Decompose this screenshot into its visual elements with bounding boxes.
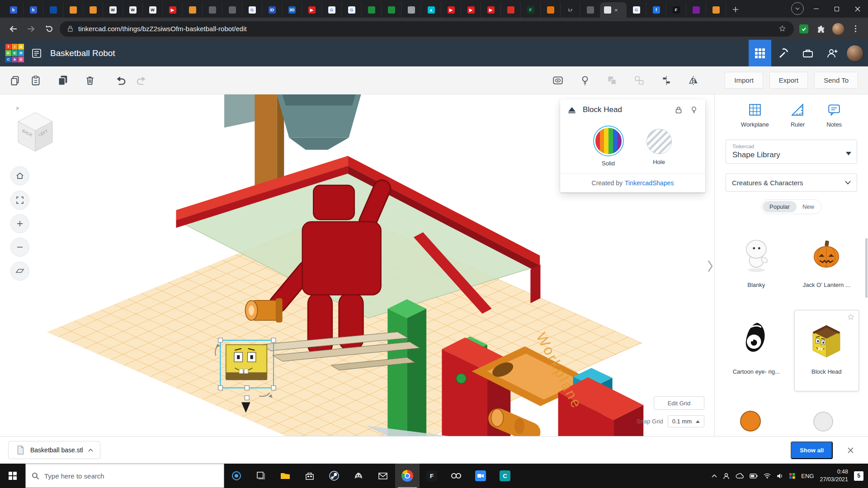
browser-profile-icon[interactable] (791, 2, 804, 15)
extension-shield-icon[interactable] (797, 22, 811, 36)
3d-canvas[interactable]: Workplane BACK LEFT (0, 94, 714, 436)
browser-tab[interactable]: 3D (282, 2, 302, 18)
download-item[interactable]: Basketball base.stl (8, 441, 100, 459)
cortana-button[interactable] (224, 464, 249, 488)
mirror-button[interactable] (683, 70, 704, 91)
collapse-panel-icon[interactable] (567, 106, 576, 113)
browser-tab[interactable] (686, 2, 706, 18)
zoom-out-button[interactable] (11, 238, 29, 256)
file-explorer-button[interactable] (273, 464, 297, 488)
shape-card-block-head[interactable]: Block Head (794, 310, 859, 391)
action-center-button[interactable]: 5 (854, 471, 863, 481)
workplane-tool[interactable]: Workplane (741, 103, 769, 128)
group-button[interactable] (602, 70, 623, 91)
close-button[interactable] (847, 0, 868, 18)
next-shape-peek[interactable] (813, 412, 833, 432)
mail-button[interactable] (371, 464, 395, 488)
sidebar-collapse-handle[interactable] (706, 255, 714, 277)
browser-tab[interactable] (183, 2, 203, 18)
extensions-puzzle-icon[interactable] (814, 22, 828, 36)
copy-button[interactable] (5, 70, 25, 91)
browser-tab[interactable]: Lr (561, 2, 580, 18)
taskbar-search[interactable] (25, 464, 224, 488)
browser-tab[interactable] (203, 2, 222, 18)
view-cube[interactable]: BACK LEFT (13, 106, 58, 157)
show-hide-button[interactable] (547, 70, 568, 91)
workplane-view-button[interactable] (11, 262, 29, 280)
tray-expand-icon[interactable] (712, 474, 717, 478)
tray-cloud-icon[interactable] (736, 473, 744, 479)
solid-swatch[interactable] (594, 127, 623, 155)
browser-tab[interactable] (362, 2, 382, 18)
browser-tab[interactable]: W (143, 2, 163, 18)
address-input[interactable]: tinkercad.com/things/bzZ2siwsOfm-basketb… (60, 21, 794, 37)
back-button[interactable] (5, 21, 21, 37)
browser-tab[interactable] (83, 2, 103, 18)
light-bulb-icon[interactable] (690, 106, 698, 114)
orange-glove[interactable] (245, 298, 283, 323)
browser-tab[interactable] (63, 2, 83, 18)
home-view-button[interactable] (11, 167, 29, 185)
light-bulb-button[interactable] (575, 70, 595, 91)
forward-button[interactable] (24, 21, 39, 37)
add-collaborator-icon[interactable] (820, 40, 844, 66)
cube-home-icon[interactable] (16, 107, 19, 110)
hole-swatch[interactable] (646, 129, 672, 154)
meet-app-button[interactable] (468, 464, 493, 488)
import-button[interactable]: Import (725, 72, 763, 89)
browser-tab[interactable] (501, 2, 521, 18)
bookmark-star-icon[interactable] (778, 24, 787, 33)
zoom-in-button[interactable] (11, 215, 29, 233)
ungroup-button[interactable] (629, 70, 650, 91)
browser-tab[interactable] (541, 2, 561, 18)
lock-icon[interactable] (675, 106, 683, 114)
green-ball[interactable] (456, 374, 466, 384)
credit-link[interactable]: TinkercadShapes (625, 179, 674, 187)
tab-close-icon[interactable]: × (614, 7, 618, 14)
browser-tab[interactable] (382, 2, 401, 18)
browser-tab[interactable]: ▶ (302, 2, 322, 18)
tray-wifi-icon[interactable] (764, 473, 771, 479)
browser-tab[interactable]: F (521, 2, 541, 18)
shape-card-jack-o-lantern[interactable]: Jack O' Lantern ... (794, 223, 859, 305)
edit-grid-button[interactable]: Edit Grid (654, 396, 704, 410)
shape-card-blanky[interactable]: Blanky (724, 223, 789, 305)
browser-tab-active[interactable]: × (600, 2, 627, 18)
shape-library-dropdown[interactable]: Tinkercad Shape Library (726, 140, 857, 164)
chevron-up-icon[interactable] (88, 449, 93, 452)
undo-button[interactable] (110, 70, 131, 91)
profile-avatar[interactable] (831, 22, 845, 36)
tinkercad-logo[interactable]: TINKERCAD (5, 44, 24, 62)
filter-new-button[interactable]: New (797, 201, 820, 212)
reload-button[interactable] (42, 21, 57, 37)
search-input[interactable] (44, 472, 218, 480)
start-button[interactable] (0, 464, 25, 488)
send-to-button[interactable]: Send To (814, 72, 858, 89)
language-indicator[interactable]: ENG (801, 473, 814, 479)
browser-tab[interactable]: iD (262, 2, 282, 18)
minecraft-pickaxe-icon[interactable] (771, 40, 796, 66)
align-button[interactable] (656, 70, 677, 91)
f-app-button[interactable]: F (420, 464, 444, 488)
show-all-downloads-button[interactable]: Show all (791, 441, 833, 459)
browser-tab[interactable]: W (123, 2, 143, 18)
browser-tab[interactable]: ▲ (421, 2, 441, 18)
browser-tab[interactable] (401, 2, 421, 18)
green-pillar-large[interactable] (387, 299, 426, 436)
tray-volume-icon[interactable] (777, 473, 783, 479)
tray-battery-icon[interactable] (750, 474, 758, 479)
browser-tab[interactable]: G (627, 2, 646, 18)
duplicate-button[interactable] (52, 70, 73, 91)
sidebar-scrollbar[interactable] (865, 238, 868, 298)
browser-tab[interactable]: G (322, 2, 342, 18)
browser-tab[interactable]: G (242, 2, 262, 18)
maximize-button[interactable] (826, 0, 847, 18)
redo-button[interactable] (131, 70, 152, 91)
minimize-button[interactable] (806, 0, 826, 18)
browser-tab[interactable] (43, 2, 63, 18)
chrome-button[interactable] (395, 464, 420, 488)
paste-button[interactable] (25, 70, 46, 91)
store-button[interactable] (297, 464, 322, 488)
clip-app-button[interactable]: C (493, 464, 517, 488)
dashboard-grid-button[interactable] (749, 40, 771, 66)
